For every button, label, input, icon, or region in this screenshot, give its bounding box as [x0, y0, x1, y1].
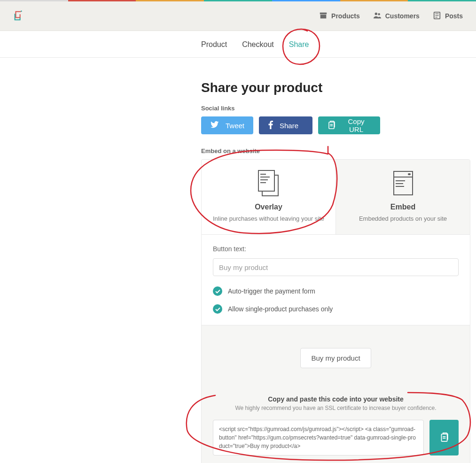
copy-url-button[interactable]: Copy URL — [318, 116, 380, 134]
people-icon — [373, 11, 382, 21]
svg-rect-20 — [408, 173, 411, 175]
embed-code-box[interactable]: <script src="https://gumroad.com/js/gumr… — [213, 420, 424, 455]
button-text-label: Button text: — [213, 245, 459, 253]
page-title: Share your product — [201, 80, 470, 95]
copy-sub: We highly recommend you have an SSL cert… — [213, 405, 459, 411]
logo-icon[interactable] — [13, 10, 23, 22]
tab-share[interactable]: Share — [289, 40, 309, 49]
svg-rect-24 — [441, 434, 447, 441]
card-desc: Embedded products on your site — [341, 215, 465, 222]
nav-label: Posts — [445, 12, 463, 20]
svg-rect-1 — [320, 12, 327, 14]
clipboard-icon — [440, 432, 448, 443]
sub-nav: Product Checkout Share — [0, 31, 476, 58]
svg-point-3 — [375, 12, 377, 15]
copy-heading: Copy and paste this code into your websi… — [213, 395, 459, 403]
svg-rect-2 — [320, 15, 327, 18]
button-text-input[interactable] — [213, 258, 459, 276]
button-label: Copy URL — [342, 117, 371, 133]
button-label: Tweet — [226, 122, 244, 130]
tweet-button[interactable]: Tweet — [201, 116, 253, 134]
button-label: Share — [280, 122, 298, 130]
top-header: Products Customers Posts — [0, 1, 476, 31]
checkbox-label: Auto-trigger the payment form — [228, 287, 315, 295]
nav-label: Customers — [385, 12, 420, 20]
svg-rect-9 — [329, 122, 334, 129]
preview-buy-button[interactable]: Buy my product — [300, 348, 371, 368]
card-desc: Inline purchases without leaving your si… — [206, 215, 331, 222]
document-icon — [433, 11, 441, 21]
archive-icon — [319, 11, 328, 21]
facebook-icon — [268, 121, 273, 131]
nav-products[interactable]: Products — [319, 11, 360, 21]
embed-card-embed[interactable]: Embed Embedded products on your site — [336, 160, 470, 234]
svg-rect-13 — [258, 170, 274, 191]
main-content: Share your product Social links Tweet Sh… — [201, 58, 470, 463]
auto-trigger-checkbox[interactable] — [213, 286, 222, 296]
card-title: Embed — [341, 203, 465, 211]
tab-checkout[interactable]: Checkout — [242, 40, 274, 49]
nav-label: Products — [331, 12, 360, 20]
overlay-icon — [256, 170, 282, 196]
nav-posts[interactable]: Posts — [433, 11, 463, 21]
card-title: Overlay — [206, 203, 331, 211]
tab-product[interactable]: Product — [201, 40, 227, 49]
svg-point-0 — [21, 10, 22, 12]
brand-stripe — [0, 0, 476, 1]
facebook-share-button[interactable]: Share — [259, 116, 312, 134]
embed-card-overlay[interactable]: Overlay Inline purchases without leaving… — [202, 160, 336, 234]
embed-icon — [390, 170, 416, 196]
checkbox-label: Allow single-product purchases only — [228, 305, 333, 313]
svg-point-4 — [378, 13, 380, 15]
single-product-checkbox[interactable] — [213, 304, 222, 314]
embed-label: Embed on a website — [201, 147, 470, 154]
clipboard-icon — [328, 121, 335, 131]
twitter-icon — [211, 121, 219, 130]
social-links-label: Social links — [201, 105, 470, 112]
copy-code-button[interactable] — [429, 420, 459, 455]
nav-customers[interactable]: Customers — [373, 11, 420, 21]
